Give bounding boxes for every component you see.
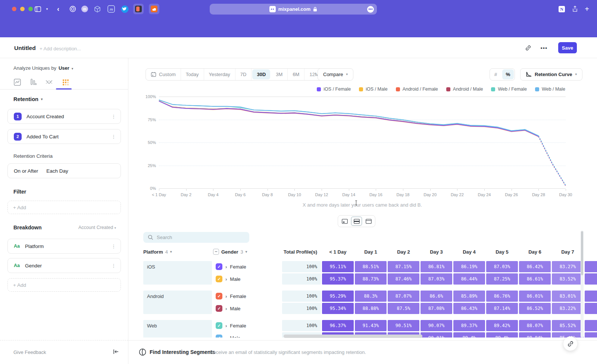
expand-chevron-icon[interactable]: › — [225, 323, 227, 329]
retention-value-cell[interactable]: 89.4% — [453, 332, 485, 338]
analyze-value[interactable]: User — [59, 65, 69, 71]
percent-mode-button[interactable]: % — [502, 69, 514, 79]
retention-value-cell[interactable]: 87.25% — [486, 273, 518, 285]
compare-button[interactable]: Compare ▾ — [318, 68, 353, 81]
retention-value-cell[interactable]: 83.27% — [552, 261, 584, 272]
range-button-custom[interactable]: Custom — [146, 69, 181, 80]
gender-cell-female[interactable]: ✓›Female — [213, 261, 281, 272]
tab-insights[interactable] — [12, 77, 22, 87]
give-feedback-link[interactable]: Give Feedback — [13, 349, 46, 355]
retention-value-cell[interactable]: 85.52% — [552, 320, 584, 331]
series-line-web-male[interactable] — [538, 136, 566, 185]
retention-value-cell[interactable]: 83.01% — [552, 291, 584, 302]
retention-line-chart[interactable] — [159, 97, 566, 189]
series-checkbox[interactable]: ✓ — [216, 322, 222, 329]
range-button-6m[interactable]: 6M — [288, 69, 304, 80]
legend-item[interactable]: Web / Male — [535, 87, 565, 92]
tabs-caret-icon[interactable]: ▾ — [44, 4, 50, 13]
retention-value-cell[interactable]: 87.03% — [421, 273, 452, 285]
horizontal-scrollbar[interactable] — [284, 335, 422, 338]
expand-chevron-icon[interactable]: › — [225, 306, 227, 311]
series-checkbox[interactable]: ✓ — [216, 335, 222, 338]
legend-item[interactable]: Web / Female — [491, 87, 527, 92]
tab-funnels[interactable] — [28, 77, 38, 87]
retention-value-cell[interactable]: 86.52% — [519, 303, 551, 314]
absolute-mode-button[interactable]: # — [490, 69, 501, 80]
site-options-icon[interactable]: ••• — [367, 6, 374, 13]
expand-chevron-icon[interactable]: › — [225, 335, 227, 338]
retention-value-cell[interactable]: 90.07% — [421, 320, 452, 331]
back-icon[interactable]: ‹ — [54, 4, 62, 13]
retention-value-cell[interactable]: 87.08% — [421, 303, 452, 314]
breakdown-options-icon[interactable]: ⋮ — [111, 263, 116, 269]
gender-column-header[interactable]: –Gender3▾ — [213, 249, 281, 255]
share-link-floating-button[interactable] — [563, 336, 578, 351]
range-button-3m[interactable]: 3M — [271, 69, 288, 80]
criteria-interval[interactable]: Each Day — [46, 168, 68, 174]
orange-extension-icon[interactable] — [149, 4, 159, 14]
tab-retention[interactable] — [60, 77, 71, 87]
gender-cell-female[interactable]: ✓›Female — [213, 320, 281, 331]
retention-value-cell[interactable]: 83.22% — [552, 303, 584, 314]
vertical-scrollbar[interactable] — [581, 230, 584, 338]
analyze-uniques-control[interactable]: Analyze Uniques by User ▾ — [13, 65, 73, 71]
window-zoom-button[interactable] — [28, 7, 33, 11]
retention-value-cell[interactable]: 95.37% — [322, 273, 354, 285]
retention-value-cell[interactable]: 86.42% — [519, 261, 551, 272]
breakdown-property-label[interactable]: Gender — [25, 263, 42, 269]
series-line-web-male[interactable] — [159, 100, 538, 136]
breakdown-property-label[interactable]: Platform — [25, 244, 44, 249]
step-event-label[interactable]: Account Created — [26, 114, 64, 119]
retention-value-cell[interactable]: 88.07% — [519, 320, 551, 331]
red-extension-icon[interactable] — [133, 4, 144, 14]
series-checkbox[interactable]: ✓ — [216, 263, 222, 270]
retention-value-cell[interactable]: 86.6% — [421, 291, 452, 302]
legend-item[interactable]: Android / Female — [396, 87, 438, 92]
expand-chevron-icon[interactable]: › — [225, 264, 227, 270]
retention-value-cell[interactable]: 88.73% — [355, 273, 387, 285]
view-toggle-chart-only[interactable] — [339, 217, 350, 226]
table-search-input[interactable]: Search — [143, 232, 249, 243]
legend-item[interactable]: iOS / Female — [317, 87, 351, 92]
save-button[interactable]: Save — [558, 42, 577, 53]
breakdown-options-icon[interactable]: ⋮ — [111, 244, 116, 249]
retention-value-cell[interactable]: 88.88% — [355, 303, 387, 314]
step-card-account-created[interactable]: 1 Account Created ⋮ — [7, 109, 121, 124]
range-button-today[interactable]: Today — [181, 69, 204, 80]
retention-criteria-card[interactable]: On or After Each Day — [7, 163, 121, 178]
breakdown-card-platform[interactable]: Aa Platform ⋮ — [7, 239, 121, 254]
m-extension-icon[interactable]: m — [81, 4, 89, 13]
retention-value-cell[interactable]: 89.37% — [453, 320, 485, 331]
expand-chevron-icon[interactable]: › — [225, 276, 227, 282]
retention-value-cell[interactable]: 90.01% — [421, 332, 452, 338]
target-extension-icon[interactable] — [69, 4, 77, 13]
step-options-icon[interactable]: ⋮ — [111, 114, 116, 119]
report-description-placeholder[interactable]: + Add description... — [40, 46, 81, 51]
series-checkbox[interactable]: ✓ — [216, 276, 222, 282]
retention-value-cell[interactable]: 89.42% — [486, 320, 518, 331]
retention-value-cell[interactable]: 87.5% — [388, 303, 419, 314]
select-all-checkbox[interactable]: – — [213, 249, 219, 255]
retention-value-cell[interactable]: 83.52% — [552, 273, 584, 285]
window-close-button[interactable] — [12, 7, 16, 11]
bird-extension-icon[interactable] — [120, 4, 129, 13]
range-button-yesterday[interactable]: Yesterday — [204, 69, 235, 80]
legend-item[interactable]: Android / Male — [446, 87, 483, 92]
retention-value-cell[interactable]: 95.29% — [322, 291, 354, 302]
chart-type-button[interactable]: Retention Curve ▾ — [520, 68, 582, 81]
more-options-icon[interactable]: ••• — [540, 44, 548, 51]
report-title[interactable]: Untitled — [14, 45, 36, 51]
series-line-web-female[interactable] — [159, 100, 538, 136]
sidebar-toggle-icon[interactable] — [33, 4, 42, 13]
filter-add-button[interactable]: + Add — [7, 201, 121, 214]
retention-value-cell[interactable]: 95.34% — [322, 303, 354, 314]
address-bar[interactable]: mixpanel.com ••• — [210, 4, 377, 15]
cube-extension-icon[interactable] — [93, 4, 101, 13]
retention-value-cell[interactable]: 87.46% — [388, 273, 419, 285]
step-event-label[interactable]: Added To Cart — [26, 134, 59, 139]
retention-value-cell[interactable]: 95.11% — [322, 261, 354, 272]
retention-value-cell[interactable]: 88.51% — [355, 261, 387, 272]
new-tab-icon[interactable]: + — [583, 4, 591, 13]
retention-section-header[interactable]: Retention ▾ — [13, 96, 43, 102]
breakdown-applies-to-control[interactable]: Account Created ▾ — [78, 225, 116, 230]
